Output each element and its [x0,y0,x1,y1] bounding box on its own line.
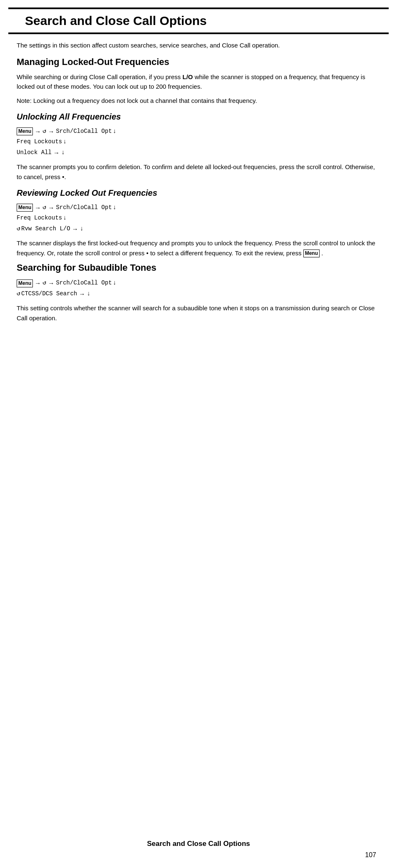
down-arrow-3: ↓ [61,147,65,158]
unlock-code-block: Menu → ↺ → Srch/CloCall Opt ↓ Freq Locko… [17,126,380,158]
page-footer: Search and Close Call Options 107 [0,840,397,859]
unlock-all: Unlock All [17,148,52,158]
srch-clocall-opt-2: Srch/CloCall Opt [56,203,112,213]
page-wrapper: Search and Close Call Options The settin… [0,7,397,868]
subaudible-code-line2: ↺ CTCSS/DCS Search → ↓ [17,289,380,299]
menu-key-3: Menu [17,279,33,287]
review-code-line1: Menu → ↺ → Srch/CloCall Opt ↓ [17,202,380,213]
unlocking-body-para: The scanner prompts you to confirm delet… [17,162,380,182]
review-code-block: Menu → ↺ → Srch/CloCall Opt ↓ Freq Locko… [17,202,380,234]
arrow-right-2: → [48,126,54,137]
managing-note: Note: Locking out a frequency does not l… [17,96,380,105]
rotate-icon-3: ↺ [17,224,20,234]
arrow-right-5: → [48,202,54,213]
managing-body-para1: While searching or during Close Call ope… [17,72,380,92]
menu-key-1: Menu [17,127,33,135]
intro-paragraph: The settings in this section affect cust… [17,41,380,50]
page-title: Search and Close Call Options [25,13,372,28]
rotate-icon-4: ↺ [42,278,46,289]
srch-clocall-opt-1: Srch/CloCall Opt [56,127,112,137]
arrow-right-3: → [53,147,60,158]
menu-key-2: Menu [17,204,33,212]
arrow-right-6: → [72,224,78,234]
unlock-code-line1: Menu → ↺ → Srch/CloCall Opt ↓ [17,126,380,137]
down-arrow-4: ↓ [113,202,117,213]
arrow-right-4: → [35,202,41,213]
arrow-right-9: → [79,289,85,299]
srch-clocall-opt-3: Srch/CloCall Opt [56,278,112,288]
down-arrow-8: ↓ [87,289,90,299]
freq-lockouts-2: Freq Lockouts [17,213,62,223]
down-arrow-6: ↓ [80,224,84,234]
rvw-search-lo: Rvw Search L/O [21,224,70,234]
arrow-right-1: → [35,126,41,137]
down-arrow-7: ↓ [113,278,117,289]
unlock-code-line3: Unlock All → ↓ [17,147,380,158]
review-code-line2: Freq Lockouts ↓ [17,213,380,224]
page-header: Search and Close Call Options [8,7,389,34]
page-number: 107 [17,851,380,859]
arrow-right-8: → [48,278,54,289]
rotate-icon-5: ↺ [17,289,20,299]
arrow-right-7: → [35,278,41,289]
down-arrow-2: ↓ [63,137,67,147]
subaudible-code-line1: Menu → ↺ → Srch/CloCall Opt ↓ [17,278,380,289]
down-arrow-1: ↓ [113,126,117,137]
subaudible-body-para: This setting controls whether the scanne… [17,303,380,323]
rotate-icon-2: ↺ [42,202,46,213]
menu-key-inline: Menu [303,249,320,257]
subsection-heading-unlocking: Unlocking All Frequencies [17,111,380,122]
content-area: The settings in this section affect cust… [0,34,397,323]
subsection-heading-reviewing: Reviewing Locked Out Frequencies [17,187,380,198]
reviewing-body-para: The scanner displays the first locked-ou… [17,238,380,258]
lo-key: L/O [183,73,193,80]
subaudible-code-block: Menu → ↺ → Srch/CloCall Opt ↓ ↺ CTCSS/DC… [17,278,380,299]
review-code-line3: ↺ Rvw Search L/O → ↓ [17,224,380,234]
ctcss-dcs: CTCSS/DCS Search [21,289,77,299]
rotate-icon-1: ↺ [42,126,46,137]
down-arrow-5: ↓ [63,213,67,224]
footer-title: Search and Close Call Options [147,840,250,848]
freq-lockouts-1: Freq Lockouts [17,137,62,147]
unlock-code-line2: Freq Lockouts ↓ [17,137,380,147]
section-heading-subaudible: Searching for Subaudible Tones [17,262,380,274]
section-heading-managing: Managing Locked-Out Frequencies [17,56,380,68]
